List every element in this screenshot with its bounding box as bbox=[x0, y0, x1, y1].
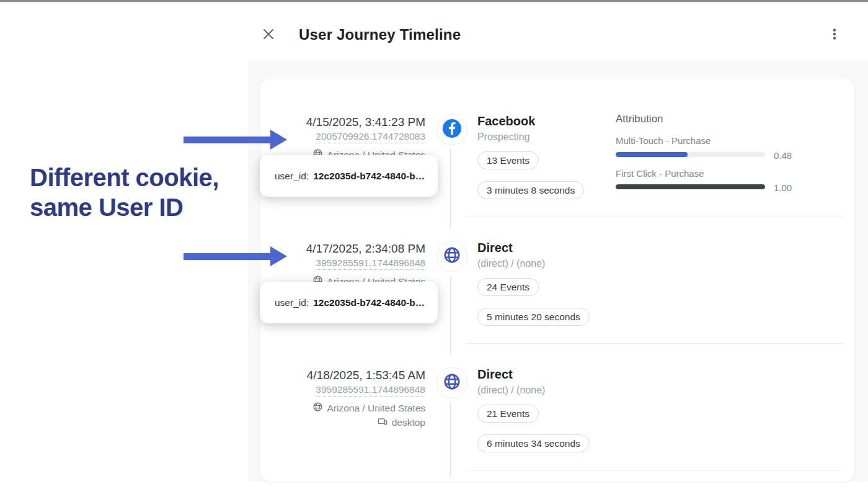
events-badge: 21 Events bbox=[477, 405, 539, 423]
source-name: Direct bbox=[477, 367, 513, 382]
close-button[interactable] bbox=[260, 27, 277, 44]
window-top-border bbox=[0, 0, 868, 2]
user-id-tooltip: user_id: 12c2035d-b742-4840-b… bbox=[260, 155, 438, 197]
entry-device: desktop bbox=[392, 417, 425, 428]
source-node bbox=[436, 367, 467, 398]
timeline-connector bbox=[450, 276, 451, 355]
arrow-icon bbox=[184, 246, 287, 266]
attribution-title: Attribution bbox=[616, 113, 663, 125]
attribution-bar-fill bbox=[616, 184, 765, 189]
globe-direct-icon bbox=[443, 246, 461, 267]
source-node bbox=[436, 114, 467, 145]
attribution-label: First Click · Purchase bbox=[616, 168, 704, 179]
source-campaign: (direct) / (none) bbox=[477, 385, 545, 396]
entry-timestamp: 4/18/2025, 1:53:45 AM bbox=[273, 369, 425, 382]
source-node bbox=[436, 241, 467, 272]
duration-badge: 6 minutes 34 seconds bbox=[477, 434, 590, 452]
user-id-value: 12c2035d-b742-4840-b… bbox=[313, 171, 425, 182]
entry-location-row: Arizona / United States bbox=[273, 402, 425, 415]
source-name: Direct bbox=[477, 241, 513, 255]
attribution-value: 1.00 bbox=[774, 182, 811, 193]
close-icon bbox=[261, 27, 276, 44]
user-id-label: user_id: bbox=[275, 171, 309, 182]
user-journey-timeline-screen: User Journey Timeline 4/15/2025, 3:41:23… bbox=[0, 0, 868, 489]
source-campaign: Prospecting bbox=[477, 132, 530, 143]
globe-direct-icon bbox=[443, 372, 461, 393]
page-title: User Journey Timeline bbox=[299, 26, 461, 43]
source-campaign: (direct) / (none) bbox=[477, 258, 545, 269]
events-badge: 24 Events bbox=[477, 278, 539, 296]
attribution-bar bbox=[616, 152, 765, 157]
source-name: Facebook bbox=[477, 114, 535, 128]
annotation-text: Different cookie, same User ID bbox=[30, 163, 219, 222]
entry-divider bbox=[466, 343, 843, 344]
timeline-connector bbox=[450, 149, 451, 228]
arrow-icon bbox=[184, 130, 287, 150]
user-id-tooltip: user_id: 12c2035d-b742-4840-b… bbox=[260, 282, 438, 323]
timeline-connector bbox=[450, 402, 451, 478]
globe-location-icon bbox=[312, 402, 323, 415]
user-id-label: user_id: bbox=[275, 297, 309, 308]
duration-badge: 5 minutes 20 seconds bbox=[477, 308, 590, 326]
cookie-id-link[interactable]: 3959285591.1744896848 bbox=[316, 258, 425, 270]
entry-divider bbox=[466, 217, 843, 217]
attribution-bar bbox=[616, 184, 765, 189]
kebab-menu-button[interactable] bbox=[826, 27, 843, 44]
attribution-label: Multi-Touch · Purchase bbox=[616, 135, 711, 146]
entry-location: Arizona / United States bbox=[327, 403, 425, 414]
cookie-id-link[interactable]: 3959285591.1744896848 bbox=[316, 384, 425, 397]
attribution-value: 0.48 bbox=[774, 150, 811, 161]
entry-timestamp: 4/15/2025, 3:41:23 PM bbox=[273, 115, 425, 129]
events-badge: 13 Events bbox=[477, 151, 539, 169]
kebab-icon bbox=[827, 27, 842, 44]
user-id-value: 12c2035d-b742-4840-b… bbox=[313, 297, 425, 308]
desktop-device-icon bbox=[377, 416, 388, 429]
cookie-id-link[interactable]: 2005709926.1744728083 bbox=[316, 131, 425, 143]
facebook-icon bbox=[442, 119, 462, 141]
entry-divider bbox=[466, 470, 843, 470]
attribution-bar-fill bbox=[616, 152, 688, 157]
entry-device-row: desktop bbox=[273, 416, 425, 429]
entry-timestamp: 4/17/2025, 2:34:08 PM bbox=[273, 242, 425, 256]
duration-badge: 3 minutes 8 seconds bbox=[477, 181, 584, 199]
